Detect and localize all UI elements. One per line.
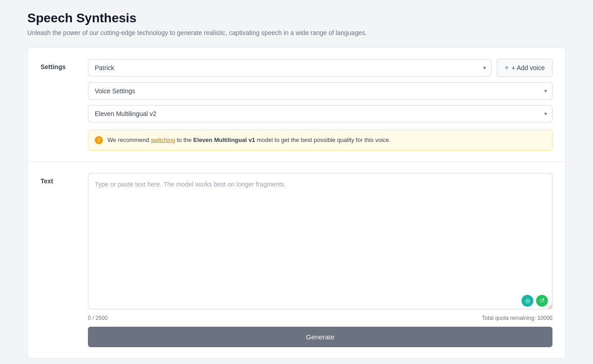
text-section: Text ◎ ↺ 0 / 2500 Total quota remaining:…	[28, 162, 565, 358]
add-voice-button[interactable]: + + Add voice	[497, 59, 552, 77]
settings-section: Settings Patrick Rachel Domi Bella Anton…	[28, 48, 565, 162]
model-select[interactable]: Eleven Multilingual v2 Eleven Multilingu…	[88, 105, 552, 122]
text-input[interactable]	[88, 173, 552, 309]
green-action-button[interactable]: ↺	[536, 295, 548, 307]
voice-settings-select-wrapper: Voice Settings ▾	[88, 82, 552, 100]
page-subtitle: Unleash the power of our cutting-edge te…	[27, 29, 566, 36]
text-input-container: ◎ ↺	[88, 173, 552, 311]
voice-select[interactable]: Patrick Rachel Domi Bella Antoni	[88, 59, 491, 76]
switching-link[interactable]: switching	[151, 136, 175, 143]
voice-select-wrapper: Patrick Rachel Domi Bella Antoni ▾	[88, 59, 491, 76]
page-title: Speech Synthesis	[27, 11, 566, 25]
recommendation-banner: ! We recommend switching to the Eleven M…	[88, 130, 552, 151]
add-voice-label: + Add voice	[511, 64, 545, 71]
settings-top-row: Patrick Rachel Domi Bella Antoni ▾ + + A…	[88, 59, 552, 77]
model-name-bold: Eleven Multilingual v1	[193, 136, 255, 143]
char-count: 0 / 2500	[88, 315, 107, 321]
warning-icon: !	[95, 136, 103, 144]
text-area-icons: ◎ ↺	[521, 295, 548, 307]
recommendation-text: We recommend switching to the Eleven Mul…	[107, 136, 391, 145]
generate-button[interactable]: Generate	[88, 327, 552, 347]
text-area-footer: 0 / 2500 Total quota remaining: 10000	[88, 315, 552, 321]
model-select-wrapper: Eleven Multilingual v2 Eleven Multilingu…	[88, 105, 552, 122]
voice-settings-select[interactable]: Voice Settings	[88, 82, 552, 100]
settings-label: Settings	[41, 59, 77, 71]
settings-controls: Patrick Rachel Domi Bella Antoni ▾ + + A…	[88, 59, 552, 151]
plus-icon: +	[505, 64, 509, 72]
text-area-wrapper: ◎ ↺ 0 / 2500 Total quota remaining: 1000…	[88, 173, 552, 347]
text-label: Text	[41, 173, 77, 185]
main-card: Settings Patrick Rachel Domi Bella Anton…	[27, 47, 566, 359]
teal-action-button[interactable]: ◎	[521, 295, 533, 307]
quota-text: Total quota remaining: 10000	[482, 315, 552, 321]
